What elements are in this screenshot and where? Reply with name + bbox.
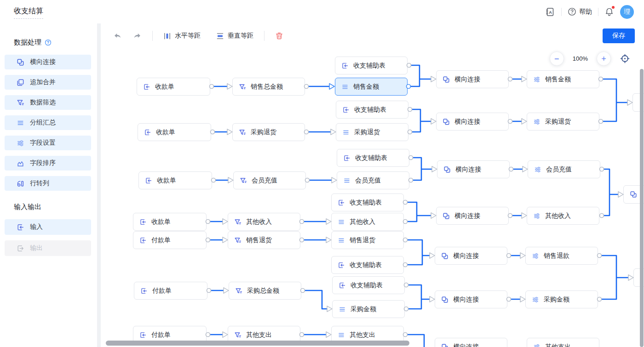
flow-node-join[interactable]: 横向连接 (436, 113, 509, 131)
undo-button[interactable] (113, 32, 122, 40)
flow-node-input[interactable]: 付款单 (134, 282, 207, 300)
zoom-in-button[interactable]: + (597, 51, 611, 66)
flow-node-filter[interactable]: 采购总金额 (229, 282, 301, 300)
group-icon (342, 129, 350, 136)
horizontal-scrollbar[interactable] (106, 341, 409, 346)
help-circle-icon (568, 7, 576, 16)
flow-node-fields[interactable]: 销售退款 (525, 247, 598, 265)
filter-icon (239, 129, 246, 136)
sidebar-item-sort[interactable]: 字段排序 (5, 156, 91, 171)
sidebar-item-group[interactable]: 分组汇总 (5, 115, 91, 130)
flow-node-filter[interactable]: 其他收入 (228, 213, 300, 231)
flow-node-join[interactable]: 横向连接 (436, 70, 509, 88)
flow-node-label: 横向连接 (453, 343, 479, 347)
delete-button[interactable] (275, 32, 283, 40)
flow-node-input[interactable]: 收款单 (137, 78, 210, 96)
input-icon (17, 223, 24, 231)
fields-icon (533, 212, 540, 220)
flow-node-input[interactable]: 收支辅助表 (332, 276, 405, 294)
filter-icon (234, 218, 242, 226)
fit-view-button[interactable] (620, 53, 630, 64)
sidebar-item-label: 行转列 (30, 179, 49, 188)
sidebar: 数据处理 横向连接追加合并数据筛选分组汇总字段设置字段排序行转列 输入输出 输入… (0, 23, 97, 347)
flow-node-label: 销售金额 (353, 83, 379, 91)
notification-bell-icon[interactable] (604, 7, 614, 17)
input-icon (338, 199, 345, 206)
flow-node-fields[interactable]: 其他收入 (527, 207, 599, 225)
sidebar-item-pivot[interactable]: 行转列 (5, 176, 91, 191)
horizontal-spacing-label: 水平等距 (175, 32, 201, 40)
question-circle-icon[interactable] (45, 39, 52, 46)
flow-node-input[interactable]: 收款单 (138, 123, 211, 141)
panel-gutter (97, 23, 101, 347)
flow-node-label: 采购金额 (544, 296, 569, 304)
flow-canvas[interactable]: − 100% + 收款单收款单收款单收款单付款单付款单付款单销售总金额采购退货会… (101, 48, 644, 347)
flow-node-join[interactable]: 横向连接 (436, 207, 509, 225)
sidebar-item-fields[interactable]: 字段设置 (5, 136, 91, 150)
flow-node-fields[interactable]: 会员充值 (528, 160, 600, 178)
join-icon (630, 191, 637, 198)
flow-node-filter[interactable]: 销售总金额 (232, 78, 305, 96)
input-icon (139, 218, 147, 226)
flow-node-group[interactable]: 会员充值 (337, 171, 409, 189)
group-icon (338, 218, 345, 226)
sidebar-item-input[interactable]: 输入 (5, 219, 91, 235)
fields-icon (532, 252, 539, 260)
flow-node-filter[interactable]: 采购退货 (232, 123, 305, 141)
sort-icon (17, 159, 24, 167)
flow-node-join[interactable]: 横向连接 (435, 290, 507, 308)
flow-node-fields[interactable]: 采购退货 (527, 113, 599, 131)
flow-node-label: 横向连接 (453, 252, 479, 260)
flow-node-group[interactable]: 销售金额 (335, 78, 408, 96)
pivot-icon (17, 180, 24, 188)
flow-node-input[interactable]: 收支辅助表 (336, 101, 408, 119)
main-panel: 水平等距 垂直等距 保存 − 100% + (101, 23, 644, 347)
sidebar-item-join[interactable]: 横向连接 (5, 55, 91, 69)
input-icon (143, 83, 150, 91)
flow-node-label: 收支辅助表 (351, 281, 383, 290)
help-button[interactable]: 帮助 (568, 7, 592, 16)
flow-node-group[interactable]: 销售退货 (331, 231, 404, 249)
flow-node-fields[interactable]: 采购金额 (525, 290, 598, 308)
flow-node-group[interactable]: 采购退货 (336, 123, 408, 141)
flow-node-input[interactable]: 收支辅助表 (337, 149, 409, 167)
save-button[interactable]: 保存 (603, 28, 635, 43)
zoom-out-button[interactable]: − (550, 51, 564, 66)
flow-node-group[interactable]: 其他收入 (331, 213, 404, 231)
flow-node-input[interactable]: 收款单 (138, 171, 212, 189)
input-icon (343, 154, 351, 162)
flow-node-input[interactable]: 收支辅助表 (331, 256, 404, 274)
flow-node-fields[interactable]: 销售金额 (527, 70, 599, 88)
input-icon (139, 331, 147, 339)
input-icon (338, 262, 345, 269)
output-icon (17, 245, 24, 252)
flow-node-label: 其他支出 (545, 343, 571, 347)
join-icon (441, 343, 448, 347)
filter-icon (17, 99, 24, 107)
group-icon (343, 177, 351, 184)
sidebar-item-filter[interactable]: 数据筛选 (5, 95, 91, 110)
input-icon (342, 106, 350, 114)
redo-button[interactable] (133, 32, 142, 40)
flow-node-join[interactable]: 横向连接 (435, 247, 507, 265)
flow-node-input[interactable]: 收款单 (133, 213, 207, 231)
horizontal-spacing-button[interactable]: 水平等距 (163, 32, 201, 40)
flow-node-group[interactable]: 采购金额 (332, 300, 405, 318)
vertical-scrollbar[interactable] (640, 69, 644, 347)
flow-node-label: 收支辅助表 (353, 62, 385, 70)
flow-node-join[interactable]: 横向连接 (435, 338, 507, 347)
sidebar-section-2-items: 输入输出 (0, 219, 97, 256)
flow-node-filter[interactable]: 销售退货 (228, 231, 300, 249)
vertical-spacing-button[interactable]: 垂直等距 (216, 32, 253, 40)
flow-node-input[interactable]: 收支辅助表 (331, 193, 404, 211)
flow-node-filter[interactable]: 会员充值 (233, 171, 306, 189)
address-book-icon[interactable]: A (545, 7, 555, 17)
flow-node-fields[interactable]: 其他支出 (527, 338, 599, 347)
trash-icon (275, 32, 283, 40)
group-icon (339, 306, 346, 313)
flow-node-input[interactable]: 付款单 (133, 231, 207, 249)
sidebar-item-append[interactable]: 追加合并 (5, 75, 91, 90)
flow-node-join[interactable]: 横向连接 (437, 160, 510, 178)
avatar[interactable]: 理 (620, 5, 634, 19)
flow-node-input[interactable]: 收支辅助表 (335, 57, 408, 74)
